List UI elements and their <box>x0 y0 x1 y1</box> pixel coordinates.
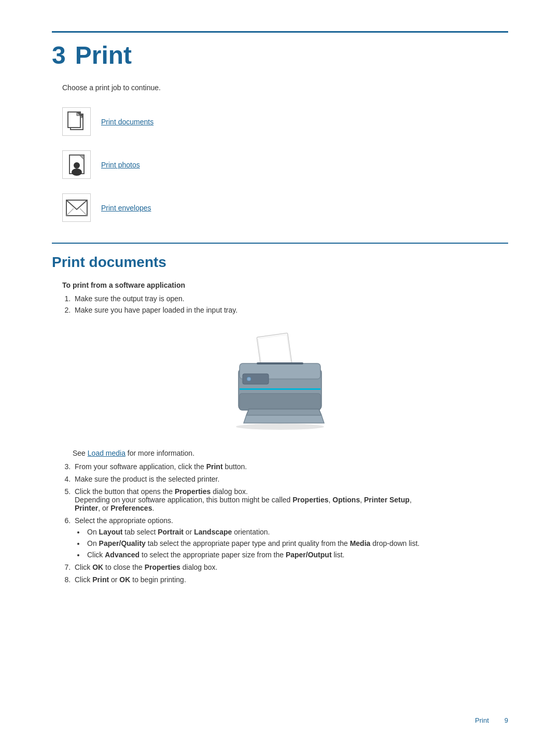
step-1: Make sure the output tray is open. <box>73 294 508 303</box>
chapter-header: 3 Print <box>52 43 508 68</box>
svg-point-22 <box>236 424 324 430</box>
printer-image-container <box>202 325 358 439</box>
see-also-text: See Load media for more information. <box>73 449 508 457</box>
print-options-list: Print documents Print photos <box>62 107 508 222</box>
svg-point-20 <box>259 377 262 381</box>
bullet-paper-quality: On Paper/Quality tab select the appropri… <box>85 539 508 547</box>
bullet-layout: On Layout tab select Portrait or Landsca… <box>85 528 508 536</box>
svg-rect-15 <box>257 362 303 364</box>
svg-point-6 <box>74 162 80 168</box>
photos-icon <box>67 154 86 176</box>
load-media-link[interactable]: Load media <box>88 449 125 457</box>
instruction-heading: To print from a software application <box>62 281 508 289</box>
print-option-envelopes: Print envelopes <box>62 193 508 222</box>
steps-after-image: From your software application, click th… <box>73 462 508 584</box>
svg-point-7 <box>72 168 82 176</box>
section-divider <box>52 243 508 244</box>
documents-icon <box>67 111 87 133</box>
print-photos-link[interactable]: Print photos <box>101 161 140 169</box>
print-option-documents: Print documents <box>62 107 508 136</box>
svg-point-18 <box>247 377 251 381</box>
step-6: Select the appropriate options. On Layou… <box>73 516 508 559</box>
page-footer: Print 9 <box>475 716 508 724</box>
section-title: Print documents <box>52 254 508 271</box>
svg-point-19 <box>254 377 257 381</box>
svg-rect-16 <box>240 393 320 410</box>
chapter-title: Print <box>75 43 132 68</box>
footer-section-label: Print <box>475 716 489 724</box>
step-7: Click OK to close the Properties dialog … <box>73 563 508 571</box>
step-2: Make sure you have paper loaded in the i… <box>73 306 508 314</box>
footer-page-number: 9 <box>505 716 508 724</box>
print-envelopes-link[interactable]: Print envelopes <box>101 204 151 212</box>
print-documents-link[interactable]: Print documents <box>101 118 153 126</box>
steps-before-image: Make sure the output tray is open. Make … <box>73 294 508 314</box>
bullet-advanced: Click Advanced to select the appropriate… <box>85 551 508 559</box>
top-border-line <box>52 31 508 33</box>
page-container: 3 Print Choose a print job to continue. … <box>0 0 560 745</box>
step-8: Click Print or OK to begin printing. <box>73 575 508 584</box>
envelopes-icon-box <box>62 193 91 222</box>
chapter-number: 3 <box>52 43 66 68</box>
print-option-photos: Print photos <box>62 150 508 179</box>
step-4: Make sure the product is the selected pr… <box>73 475 508 483</box>
documents-icon-box <box>62 107 91 136</box>
svg-rect-21 <box>240 388 320 390</box>
envelopes-icon <box>65 199 88 217</box>
step-3: From your software application, click th… <box>73 462 508 471</box>
step-6-bullets: On Layout tab select Portrait or Landsca… <box>85 528 508 559</box>
step-5: Click the button that opens the Properti… <box>73 487 508 512</box>
photos-icon-box <box>62 150 91 179</box>
subtitle-text: Choose a print job to continue. <box>62 83 508 92</box>
printer-illustration <box>223 332 337 431</box>
